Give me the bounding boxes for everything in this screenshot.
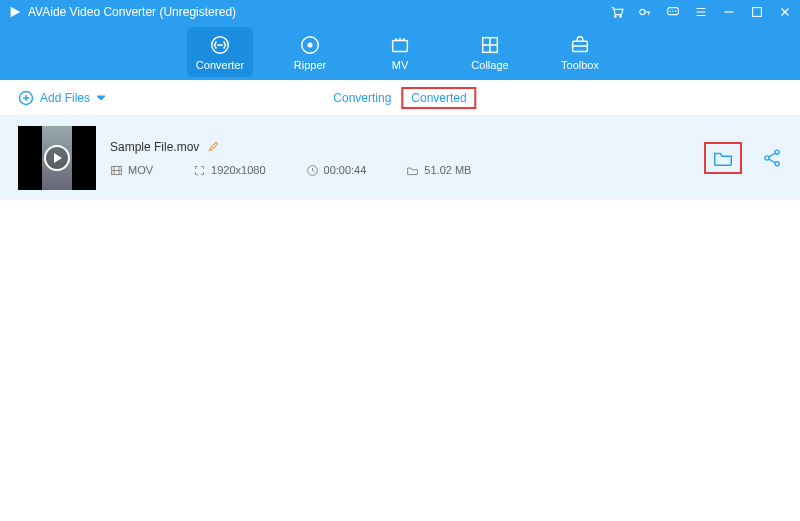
folder-icon — [712, 148, 734, 168]
subtab-converted[interactable]: Converted — [401, 87, 476, 109]
subtab-converting[interactable]: Converting — [323, 87, 401, 109]
tab-converter-label: Converter — [196, 59, 244, 71]
share-icon — [762, 148, 782, 168]
plus-circle-icon — [18, 90, 34, 106]
file-name-row: Sample File.mov — [110, 140, 690, 154]
tab-ripper[interactable]: Ripper — [277, 27, 343, 77]
svg-point-8 — [308, 43, 312, 47]
tab-collage[interactable]: Collage — [457, 27, 523, 77]
tab-ripper-label: Ripper — [294, 59, 326, 71]
converter-icon — [209, 34, 231, 56]
video-thumbnail[interactable] — [18, 126, 96, 190]
play-icon — [44, 145, 70, 171]
key-icon[interactable] — [638, 5, 652, 19]
resolution-icon — [193, 164, 206, 177]
duration-detail: 00:00:44 — [306, 164, 367, 177]
tab-toolbox[interactable]: Toolbox — [547, 27, 613, 77]
feedback-icon[interactable] — [666, 5, 680, 19]
tab-collage-label: Collage — [471, 59, 508, 71]
window-controls — [610, 5, 792, 19]
window-title: AVAide Video Converter (Unregistered) — [28, 5, 610, 19]
toolbox-icon — [569, 34, 591, 56]
file-size: 51.02 MB — [424, 164, 471, 176]
size-detail: 51.02 MB — [406, 164, 471, 177]
file-resolution: 1920x1080 — [211, 164, 265, 176]
file-name: Sample File.mov — [110, 140, 199, 154]
svg-point-1 — [614, 16, 616, 18]
mv-icon — [389, 34, 411, 56]
svg-marker-0 — [11, 7, 21, 18]
svg-rect-9 — [393, 40, 408, 51]
file-row: Sample File.mov MOV 1920x1080 00:00:44 5… — [0, 116, 800, 200]
resolution-detail: 1920x1080 — [193, 164, 265, 177]
maximize-icon[interactable] — [750, 5, 764, 19]
edit-icon[interactable] — [207, 140, 220, 153]
main-tabs: Converter Ripper MV Collage Toolbox — [0, 24, 800, 80]
add-files-label: Add Files — [40, 91, 90, 105]
file-details: MOV 1920x1080 00:00:44 51.02 MB — [110, 164, 690, 177]
chevron-down-icon — [96, 93, 106, 103]
tab-mv-label: MV — [392, 59, 409, 71]
svg-rect-5 — [753, 8, 762, 17]
film-icon — [110, 164, 123, 177]
share-button[interactable] — [762, 148, 782, 168]
add-files-button[interactable]: Add Files — [18, 90, 106, 106]
file-actions — [704, 142, 782, 174]
tab-converter[interactable]: Converter — [187, 27, 253, 77]
open-folder-button[interactable] — [704, 142, 742, 174]
status-tabs: Converting Converted — [323, 87, 476, 109]
tab-mv[interactable]: MV — [367, 27, 433, 77]
clock-icon — [306, 164, 319, 177]
minimize-icon[interactable] — [722, 5, 736, 19]
close-icon[interactable] — [778, 5, 792, 19]
cart-icon[interactable] — [610, 5, 624, 19]
file-format: MOV — [128, 164, 153, 176]
folder-small-icon — [406, 164, 419, 177]
ripper-icon — [299, 34, 321, 56]
format-detail: MOV — [110, 164, 153, 177]
svg-point-3 — [640, 9, 645, 14]
titlebar: AVAide Video Converter (Unregistered) — [0, 0, 800, 24]
svg-point-2 — [620, 16, 622, 18]
file-duration: 00:00:44 — [324, 164, 367, 176]
file-meta: Sample File.mov MOV 1920x1080 00:00:44 5… — [110, 140, 690, 177]
svg-marker-13 — [97, 96, 105, 100]
app-logo-icon — [8, 5, 22, 19]
tab-toolbox-label: Toolbox — [561, 59, 599, 71]
sub-toolbar: Add Files Converting Converted — [0, 80, 800, 116]
collage-icon — [479, 34, 501, 56]
menu-icon[interactable] — [694, 5, 708, 19]
